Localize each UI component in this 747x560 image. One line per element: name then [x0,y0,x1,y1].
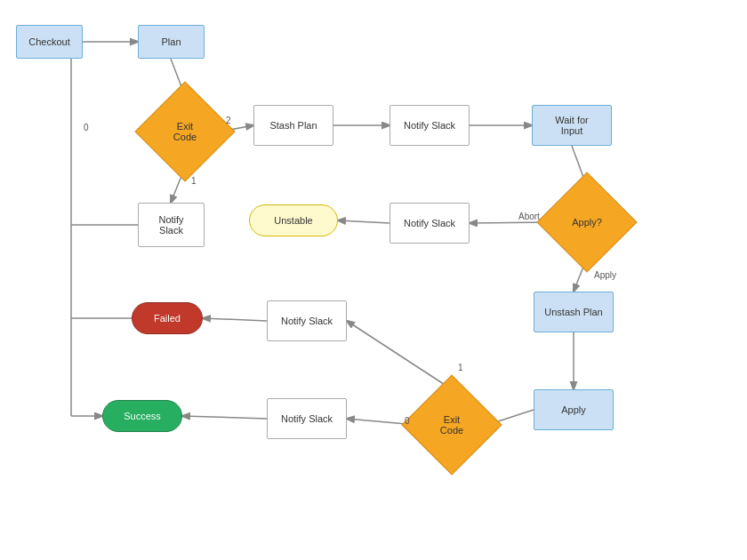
edge-label-ec2-1: 1 [458,363,463,372]
diagram-container: Checkout Plan ExitCode Stash Plan Notify… [0,0,747,560]
exit-code-1-node: ExitCode [149,96,221,167]
plan-node: Plan [138,25,205,59]
notify-slack-success-node: Notify Slack [267,398,347,439]
notify-slack-1-node: Notify Slack [390,105,470,146]
exit-code-1-label: ExitCode [149,96,221,167]
svg-line-7 [338,220,390,223]
edge-label-ec2-0: 0 [405,416,410,426]
edge-label-1-left: 1 [191,176,197,186]
edge-label-2: 2 [226,116,231,125]
apply-diamond-node: Apply? [551,187,622,258]
apply-box-node: Apply [534,389,614,430]
checkout-node: Checkout [16,25,83,59]
svg-line-13 [347,321,452,389]
stash-plan-node: Stash Plan [253,105,333,146]
edge-label-abort: Abort [518,212,540,221]
arrows-svg [0,0,747,560]
edge-label-apply: Apply [594,270,616,280]
unstable-node: Unstable [249,204,338,236]
exit-code-2-label: ExitCode [416,389,487,460]
success-node: Success [102,400,182,432]
notify-slack-left-node: NotifySlack [138,203,205,247]
svg-line-12 [182,416,267,419]
unstash-plan-node: Unstash Plan [534,292,614,332]
svg-line-14 [203,318,267,321]
notify-slack-abort-node: Notify Slack [390,203,470,244]
apply-diamond-label: Apply? [551,187,622,258]
notify-slack-failed-node: Notify Slack [267,300,347,341]
wait-for-input-node: Wait forInput [532,105,612,146]
edge-label-0-top: 0 [84,123,89,132]
failed-node: Failed [132,302,203,334]
exit-code-2-node: ExitCode [416,389,487,460]
